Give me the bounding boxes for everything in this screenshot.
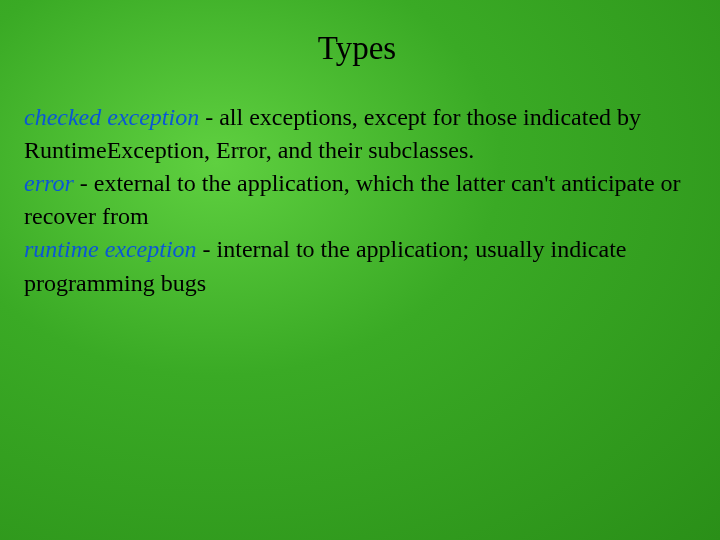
term: runtime exception [24, 236, 197, 262]
term: checked exception [24, 104, 199, 130]
slide-title: Types [24, 30, 690, 67]
term: error [24, 170, 74, 196]
entry-error: error - external to the application, whi… [24, 167, 690, 233]
slide-content: checked exception - all exceptions, exce… [24, 101, 690, 300]
entry-runtime-exception: runtime exception - internal to the appl… [24, 233, 690, 299]
entry-checked-exception: checked exception - all exceptions, exce… [24, 101, 690, 167]
description: - external to the application, which the… [24, 170, 681, 229]
slide: Types checked exception - all exceptions… [0, 0, 720, 540]
